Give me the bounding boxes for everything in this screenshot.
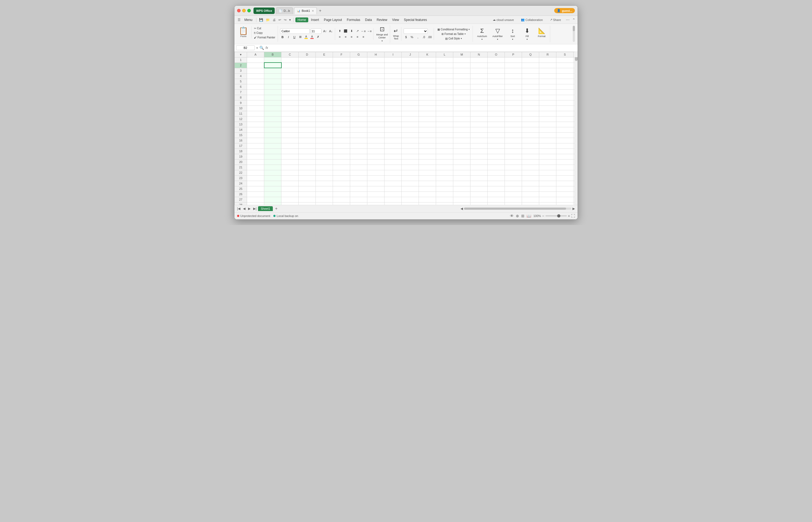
sheet-nav-first[interactable]: |◀ <box>236 206 241 211</box>
cell-F19[interactable] <box>333 154 350 159</box>
cell-I12[interactable] <box>385 116 402 122</box>
cell-G1[interactable] <box>350 57 367 63</box>
cell-A11[interactable] <box>247 111 264 116</box>
cell-B1[interactable] <box>264 57 281 63</box>
cell-G11[interactable] <box>350 111 367 116</box>
cell-F15[interactable] <box>333 133 350 138</box>
cell-B14[interactable] <box>264 127 281 133</box>
cell-R25[interactable] <box>539 186 556 192</box>
cell-Q28[interactable] <box>522 202 539 205</box>
currency-button[interactable]: $ <box>404 35 408 39</box>
cell-F13[interactable] <box>333 122 350 127</box>
cell-F6[interactable] <box>333 84 350 89</box>
cell-R9[interactable] <box>539 100 556 105</box>
cell-O17[interactable] <box>488 143 505 148</box>
zoom-out-icon[interactable]: − <box>542 214 544 218</box>
font-name-input[interactable] <box>280 28 310 34</box>
cell-I14[interactable] <box>385 127 402 133</box>
cell-H6[interactable] <box>367 84 385 89</box>
cell-F1[interactable] <box>333 57 350 63</box>
cell-R27[interactable] <box>539 197 556 202</box>
cell-reference-input[interactable] <box>236 45 255 50</box>
cell-C6[interactable] <box>281 84 299 89</box>
col-header-M[interactable]: M <box>453 52 470 57</box>
cell-B23[interactable] <box>264 175 281 181</box>
select-all-icon[interactable]: ▼ <box>240 53 242 56</box>
cell-J10[interactable] <box>402 105 419 111</box>
cell-F4[interactable] <box>333 73 350 79</box>
cell-B8[interactable] <box>264 95 281 100</box>
cell-G28[interactable] <box>350 202 367 205</box>
cell-F28[interactable] <box>333 202 350 205</box>
col-header-R[interactable]: R <box>539 52 556 57</box>
collapse-icon[interactable]: ⌃ <box>572 18 575 22</box>
cell-Q7[interactable] <box>522 89 539 95</box>
cell-E25[interactable] <box>316 186 333 192</box>
cell-D8[interactable] <box>299 95 316 100</box>
cell-Q8[interactable] <box>522 95 539 100</box>
cell-L23[interactable] <box>436 175 453 181</box>
cell-A3[interactable] <box>247 68 264 73</box>
cell-H28[interactable] <box>367 202 385 205</box>
cell-A12[interactable] <box>247 116 264 122</box>
cell-D27[interactable] <box>299 197 316 202</box>
cell-M10[interactable] <box>453 105 470 111</box>
cell-M21[interactable] <box>453 165 470 170</box>
col-header-N[interactable]: N <box>470 52 488 57</box>
cell-S17[interactable] <box>556 143 573 148</box>
cell-D20[interactable] <box>299 159 316 165</box>
autofilter-button[interactable]: ▽ AutoFilter ▾ <box>490 26 505 42</box>
cell-J24[interactable] <box>402 181 419 186</box>
percent-button[interactable]: % <box>409 35 414 39</box>
cell-L12[interactable] <box>436 116 453 122</box>
cell-I3[interactable] <box>385 68 402 73</box>
cell-L24[interactable] <box>436 181 453 186</box>
cell-F22[interactable] <box>333 170 350 175</box>
cell-S28[interactable] <box>556 202 573 205</box>
cell-R16[interactable] <box>539 138 556 143</box>
cell-I20[interactable] <box>385 159 402 165</box>
cell-J21[interactable] <box>402 165 419 170</box>
cell-L19[interactable] <box>436 154 453 159</box>
cell-J23[interactable] <box>402 175 419 181</box>
eye-view-icon[interactable]: 👁 <box>510 214 514 218</box>
cell-M8[interactable] <box>453 95 470 100</box>
cell-C3[interactable] <box>281 68 299 73</box>
cell-D11[interactable] <box>299 111 316 116</box>
cell-N2[interactable] <box>470 63 488 68</box>
row-header-25[interactable]: 25 <box>235 186 247 192</box>
cell-G25[interactable] <box>350 186 367 192</box>
cell-K6[interactable] <box>419 84 436 89</box>
col-header-I[interactable]: I <box>385 52 402 57</box>
cell-R12[interactable] <box>539 116 556 122</box>
col-header-T[interactable]: T <box>573 52 578 57</box>
cell-J6[interactable] <box>402 84 419 89</box>
cell-S3[interactable] <box>556 68 573 73</box>
cell-E6[interactable] <box>316 84 333 89</box>
cell-M24[interactable] <box>453 181 470 186</box>
cell-Q18[interactable] <box>522 148 539 154</box>
cell-O4[interactable] <box>488 73 505 79</box>
cell-R17[interactable] <box>539 143 556 148</box>
cell-F25[interactable] <box>333 186 350 192</box>
cell-E11[interactable] <box>316 111 333 116</box>
cell-L26[interactable] <box>436 192 453 197</box>
cell-J18[interactable] <box>402 148 419 154</box>
cell-G17[interactable] <box>350 143 367 148</box>
cell-B4[interactable] <box>264 73 281 79</box>
cell-C23[interactable] <box>281 175 299 181</box>
cell-H4[interactable] <box>367 73 385 79</box>
cell-A23[interactable] <box>247 175 264 181</box>
cell-E1[interactable] <box>316 57 333 63</box>
underline-button[interactable]: U <box>292 35 297 39</box>
cell-S16[interactable] <box>556 138 573 143</box>
cell-O25[interactable] <box>488 186 505 192</box>
cell-S26[interactable] <box>556 192 573 197</box>
cell-G9[interactable] <box>350 100 367 105</box>
cell-D21[interactable] <box>299 165 316 170</box>
cell-L6[interactable] <box>436 84 453 89</box>
format-as-table-button[interactable]: ⊞ Format as Table ▾ <box>440 32 467 36</box>
cell-E8[interactable] <box>316 95 333 100</box>
cell-S10[interactable] <box>556 105 573 111</box>
cell-M13[interactable] <box>453 122 470 127</box>
